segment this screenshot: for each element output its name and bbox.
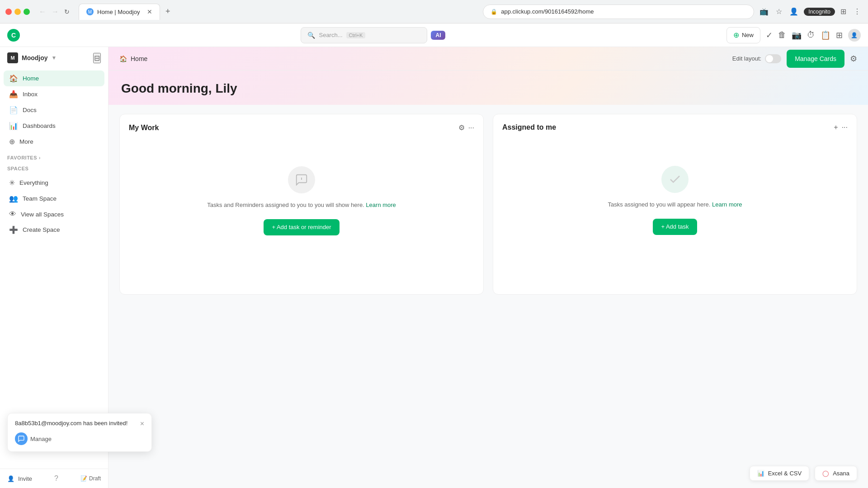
sidebar-item-team-space[interactable]: 👥 Team Space bbox=[4, 191, 104, 206]
invite-btn[interactable]: 👤 Invite bbox=[7, 475, 32, 482]
add-task-btn[interactable]: + Add task bbox=[653, 219, 697, 235]
assigned-to-me-more-btn[interactable]: ··· bbox=[842, 123, 848, 131]
forward-btn[interactable]: → bbox=[50, 6, 61, 18]
my-work-settings-btn[interactable]: ⚙ bbox=[458, 123, 465, 132]
toast-action[interactable]: Manage bbox=[15, 432, 144, 445]
ai-badge[interactable]: AI bbox=[431, 31, 445, 40]
search-bar[interactable]: 🔍 Search... Ctrl+K bbox=[301, 27, 427, 43]
topbar-left: C bbox=[7, 29, 20, 42]
team-space-icon: 👥 bbox=[9, 194, 18, 203]
sidebar-item-everything[interactable]: ✳ Everything bbox=[4, 175, 104, 191]
asana-import-btn[interactable]: ◯ Asana bbox=[815, 466, 857, 481]
topbar: C 🔍 Search... Ctrl+K AI ⊕ New ✓ 🗑 📷 ⏱ 📋 … bbox=[0, 23, 868, 47]
plus-icon: ⊕ bbox=[733, 31, 739, 39]
assigned-to-me-empty-text: Tasks assigned to you will appear here. … bbox=[608, 200, 742, 210]
tab-close-btn[interactable]: ✕ bbox=[147, 8, 152, 15]
topbar-center: 🔍 Search... Ctrl+K AI bbox=[301, 27, 445, 43]
manage-cards-btn[interactable]: Manage Cards bbox=[787, 50, 844, 68]
cast-icon[interactable]: 📺 bbox=[758, 5, 770, 18]
workspace-name[interactable]: M Moodjoy ▼ bbox=[7, 52, 57, 63]
my-work-title: My Work bbox=[129, 124, 159, 132]
sidebar-item-create-space[interactable]: ➕ Create Space bbox=[4, 222, 104, 238]
settings-icon[interactable]: ⚙ bbox=[850, 54, 857, 64]
sidebar-nav: 🏠 Home 📥 Inbox 📄 Docs 📊 Dashboards ⊕ bbox=[0, 69, 108, 151]
sidebar-item-view-all-spaces[interactable]: 👁 View all Spaces bbox=[4, 206, 104, 222]
menu-icon[interactable]: ⋮ bbox=[852, 5, 863, 18]
help-icon[interactable]: ? bbox=[54, 474, 58, 483]
edit-layout-switch[interactable] bbox=[765, 54, 781, 63]
sidebar-item-label: More bbox=[19, 138, 33, 145]
trash-icon[interactable]: 🗑 bbox=[778, 30, 786, 40]
sidebar-item-dashboards[interactable]: 📊 Dashboards bbox=[4, 118, 104, 134]
extensions-icon[interactable]: ⊞ bbox=[839, 5, 848, 18]
active-tab[interactable]: M Home | Moodjoy ✕ bbox=[79, 4, 160, 20]
new-tab-btn[interactable]: + bbox=[162, 5, 174, 18]
my-work-empty-state: Tasks and Reminders assigned to you to y… bbox=[129, 139, 474, 263]
sidebar-item-more[interactable]: ⊕ More bbox=[4, 134, 104, 150]
address-bar-row: 🔒 app.clickup.com/9016164592/home bbox=[483, 5, 754, 19]
assigned-to-me-actions: + ··· bbox=[834, 123, 848, 131]
minimize-window-btn[interactable] bbox=[14, 9, 21, 15]
sidebar-item-label: Home bbox=[23, 75, 39, 82]
user-avatar[interactable]: 👤 bbox=[848, 29, 861, 42]
docs-icon: 📄 bbox=[9, 106, 18, 114]
maximize-window-btn[interactable] bbox=[24, 9, 30, 15]
sidebar-item-label: Everything bbox=[19, 179, 48, 186]
my-work-actions: ⚙ ··· bbox=[458, 123, 474, 132]
content-header: 🏠 Home Edit layout: Manage Cards ⚙ bbox=[108, 47, 868, 70]
incognito-badge: Incognito bbox=[804, 8, 835, 16]
toast-close-btn[interactable]: × bbox=[140, 420, 144, 428]
nav-arrows: ← → ↻ bbox=[37, 6, 71, 18]
window-controls[interactable] bbox=[5, 9, 30, 15]
camera-icon[interactable]: 📷 bbox=[792, 30, 802, 40]
my-work-learn-more-link[interactable]: Learn more bbox=[366, 202, 396, 208]
sidebar-item-docs[interactable]: 📄 Docs bbox=[4, 102, 104, 118]
assigned-to-me-add-btn[interactable]: + bbox=[834, 123, 838, 131]
back-btn[interactable]: ← bbox=[37, 6, 48, 18]
greeting-text: Good morning, Lily bbox=[121, 81, 855, 96]
sidebar-item-label: Inbox bbox=[23, 91, 38, 98]
close-window-btn[interactable] bbox=[5, 9, 12, 15]
profile-icon[interactable]: 👤 bbox=[788, 5, 800, 18]
tab-favicon: M bbox=[86, 8, 94, 15]
sidebar-header: M Moodjoy ▼ ⊟ bbox=[0, 47, 108, 69]
new-button[interactable]: ⊕ New bbox=[726, 27, 760, 43]
chevron-right-icon: › bbox=[39, 155, 41, 160]
spaces-section: Spaces bbox=[0, 162, 108, 173]
assigned-to-me-card: Assigned to me + ··· Tas bbox=[493, 114, 857, 295]
invite-icon: 👤 bbox=[7, 475, 14, 482]
inbox-icon: 📥 bbox=[9, 90, 18, 99]
sidebar-item-home[interactable]: 🏠 Home bbox=[4, 70, 104, 86]
sidebar-item-label: View all Spaces bbox=[21, 211, 64, 218]
excel-icon: 📊 bbox=[757, 470, 764, 477]
check-icon[interactable]: ✓ bbox=[766, 30, 773, 40]
favorites-section[interactable]: Favorites › bbox=[0, 151, 108, 162]
browser-actions: 📺 ☆ 👤 Incognito ⊞ ⋮ bbox=[758, 5, 863, 18]
sidebar-item-inbox[interactable]: 📥 Inbox bbox=[4, 86, 104, 102]
toast-notification: 8a8b53b1@moodjoy.com has been invited! ×… bbox=[7, 413, 152, 452]
bookmark-icon[interactable]: ☆ bbox=[774, 5, 784, 18]
note-icon[interactable]: 📋 bbox=[821, 30, 830, 40]
sidebar-footer: 👤 Invite ? 📝 Draft bbox=[0, 469, 108, 488]
grid-icon[interactable]: ⊞ bbox=[836, 30, 843, 40]
my-work-card-header: My Work ⚙ ··· bbox=[129, 123, 474, 132]
app-logo: C bbox=[7, 29, 20, 42]
sidebar-item-label: Team Space bbox=[23, 195, 57, 202]
cards-grid: My Work ⚙ ··· bbox=[108, 105, 868, 304]
my-work-more-btn[interactable]: ··· bbox=[468, 123, 474, 132]
draft-icon: 📝 bbox=[80, 475, 87, 482]
refresh-btn[interactable]: ↻ bbox=[62, 6, 71, 18]
toast-message: 8a8b53b1@moodjoy.com has been invited! bbox=[15, 420, 140, 427]
sidebar-toggle-btn[interactable]: ⊟ bbox=[93, 53, 101, 63]
address-bar[interactable]: 🔒 app.clickup.com/9016164592/home bbox=[483, 5, 754, 19]
search-shortcut: Ctrl+K bbox=[346, 32, 366, 38]
draft-indicator: 📝 Draft bbox=[80, 475, 101, 482]
add-task-reminder-btn[interactable]: + Add task or reminder bbox=[264, 219, 339, 235]
home-icon: 🏠 bbox=[9, 74, 18, 83]
create-space-icon: ➕ bbox=[9, 225, 18, 234]
toast-action-label: Manage bbox=[30, 436, 52, 442]
assigned-to-me-learn-more-link[interactable]: Learn more bbox=[712, 201, 742, 208]
timer-icon[interactable]: ⏱ bbox=[807, 30, 815, 40]
excel-csv-import-btn[interactable]: 📊 Excel & CSV bbox=[750, 466, 809, 481]
search-placeholder: Search... bbox=[319, 32, 342, 38]
